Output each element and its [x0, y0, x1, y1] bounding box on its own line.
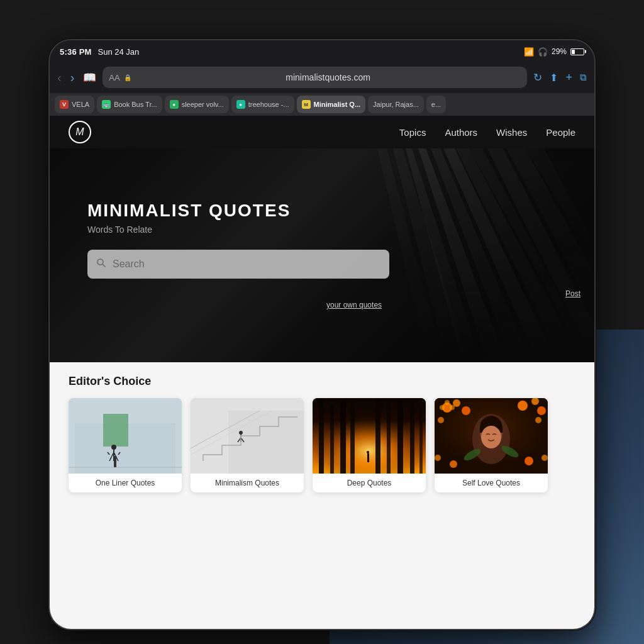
- svg-point-27: [239, 431, 243, 435]
- share-button[interactable]: ⬆: [550, 72, 558, 84]
- svg-point-64: [541, 455, 548, 461]
- browser-tabs-bar: V VELA 🚌 Book Bus Tr... ● sleeper volv..…: [50, 93, 594, 116]
- tab-label-vela: VELA: [72, 101, 89, 108]
- reload-button[interactable]: ↻: [533, 71, 542, 84]
- battery-icon: [570, 48, 584, 55]
- tab-misc[interactable]: e...: [426, 96, 446, 113]
- post-quotes-link[interactable]: Post your own quotes: [326, 289, 580, 309]
- battery-percent: 29%: [552, 47, 567, 56]
- battery-fill: [572, 50, 575, 54]
- url-actions: ↻ ⬆ + ⧉: [533, 71, 587, 84]
- url-bar[interactable]: AA 🔒 minimalistquotes.com: [103, 67, 527, 88]
- card-self-love[interactable]: Self Love Quotes: [435, 398, 548, 492]
- tablet-device: 5:36 PM Sun 24 Jan 📶 🎧 29% ‹ › 📖 AA 🔒 mi…: [48, 39, 596, 630]
- tab-favicon-bookbus: 🚌: [102, 100, 111, 109]
- logo-letter: M: [75, 126, 84, 138]
- tab-minimalist[interactable]: M Minimalist Q...: [297, 96, 366, 113]
- lock-icon: 🔒: [124, 74, 131, 81]
- svg-line-12: [103, 264, 105, 267]
- post-quotes-container: Post your own quotes: [326, 287, 557, 310]
- section-title: Editor's Choice: [69, 375, 575, 388]
- svg-rect-39: [397, 400, 403, 474]
- svg-rect-35: [340, 401, 346, 474]
- svg-point-54: [450, 405, 455, 410]
- tab-favicon-treehouse: ●: [236, 100, 245, 109]
- svg-rect-40: [410, 398, 414, 474]
- svg-point-50: [537, 406, 546, 415]
- search-placeholder: Search: [113, 258, 145, 270]
- svg-point-43: [367, 451, 369, 453]
- svg-point-17: [111, 445, 116, 450]
- svg-point-61: [450, 460, 457, 468]
- card-one-liner[interactable]: One Liner Quotes: [69, 398, 182, 492]
- wifi-icon: 📶: [524, 47, 534, 57]
- svg-rect-42: [367, 453, 369, 462]
- svg-point-62: [525, 457, 533, 465]
- new-tab-button[interactable]: +: [565, 71, 572, 84]
- tab-vela[interactable]: V VELA: [55, 96, 94, 113]
- card-image-deep: [313, 398, 426, 474]
- svg-rect-41: [419, 406, 423, 474]
- svg-point-55: [440, 405, 445, 410]
- svg-rect-33: [319, 398, 324, 474]
- forward-button[interactable]: ›: [70, 70, 75, 85]
- status-date: Sun 24 Jan: [98, 47, 140, 57]
- tab-treehouse[interactable]: ● treehouse -...: [231, 96, 294, 113]
- card-label-one-liner: One Liner Quotes: [69, 474, 182, 492]
- nav-authors[interactable]: Authors: [445, 127, 477, 138]
- tab-label-treehouse: treehouse -...: [248, 101, 289, 108]
- tab-label-misc: e...: [431, 101, 441, 108]
- bookmarks-icon[interactable]: 📖: [83, 71, 96, 84]
- bluetooth-icon: 🎧: [538, 47, 548, 57]
- hero-subtitle: Words To Relate: [87, 225, 557, 235]
- tab-label-jaipur: Jaipur, Rajas...: [373, 101, 419, 108]
- site-nav-links: Topics Authors Wishes People: [399, 127, 575, 138]
- hero-title: MINIMALIST QUOTES: [87, 201, 557, 221]
- site-logo[interactable]: M: [69, 121, 91, 143]
- search-bar[interactable]: Search: [87, 250, 389, 279]
- card-deep[interactable]: Deep Quotes: [313, 398, 426, 492]
- svg-point-63: [435, 455, 441, 461]
- svg-point-53: [445, 400, 450, 405]
- tab-sleeper[interactable]: ● sleeper volv...: [165, 96, 229, 113]
- svg-rect-36: [350, 398, 355, 474]
- url-text[interactable]: minimalistquotes.com: [135, 72, 521, 82]
- tab-favicon-minimalist: M: [302, 100, 311, 109]
- tab-jaipur[interactable]: Jaipur, Rajas...: [368, 96, 424, 113]
- status-left: 5:36 PM Sun 24 Jan: [60, 47, 139, 57]
- website-content: M Topics Authors Wishes People: [50, 116, 594, 630]
- card-image-minimalism: [191, 398, 304, 474]
- status-time: 5:36 PM: [60, 47, 92, 57]
- tab-bookbus[interactable]: 🚌 Book Bus Tr...: [97, 96, 162, 113]
- status-right: 📶 🎧 29%: [524, 47, 584, 57]
- url-bar-container: ‹ › 📖 AA 🔒 minimalistquotes.com ↻ ⬆ + ⧉: [50, 63, 594, 93]
- nav-people[interactable]: People: [546, 127, 575, 138]
- card-minimalism[interactable]: Minimalism Quotes: [191, 398, 304, 492]
- card-label-minimalism: Minimalism Quotes: [191, 474, 304, 492]
- status-bar: 5:36 PM Sun 24 Jan 📶 🎧 29%: [50, 40, 594, 63]
- tab-label-bookbus: Book Bus Tr...: [114, 101, 157, 108]
- hero-content: MINIMALIST QUOTES Words To Relate Search…: [87, 201, 557, 310]
- aa-label[interactable]: AA: [109, 73, 119, 82]
- card-label-self-love: Self Love Quotes: [435, 474, 548, 492]
- search-icon: [96, 258, 106, 270]
- hero-section: MINIMALIST QUOTES Words To Relate Search…: [50, 148, 594, 362]
- svg-point-47: [462, 406, 470, 415]
- svg-rect-15: [103, 414, 128, 447]
- svg-point-52: [535, 417, 541, 423]
- svg-rect-26: [228, 411, 304, 474]
- nav-topics[interactable]: Topics: [399, 127, 426, 138]
- site-nav: M Topics Authors Wishes People: [50, 116, 594, 148]
- tab-label-minimalist: Minimalist Q...: [314, 101, 361, 108]
- cards-section: Editor's Choice: [50, 362, 594, 630]
- nav-wishes[interactable]: Wishes: [496, 127, 527, 138]
- back-button[interactable]: ‹: [57, 70, 62, 85]
- tabs-button[interactable]: ⧉: [580, 72, 587, 83]
- card-image-one-liner: [69, 398, 182, 474]
- card-image-self-love: [435, 398, 548, 474]
- svg-rect-37: [375, 398, 380, 474]
- nav-buttons: ‹ › 📖: [57, 70, 96, 85]
- card-label-deep: Deep Quotes: [313, 474, 426, 492]
- cards-grid: One Liner Quotes: [69, 398, 575, 492]
- tab-favicon-sleeper: ●: [170, 100, 179, 109]
